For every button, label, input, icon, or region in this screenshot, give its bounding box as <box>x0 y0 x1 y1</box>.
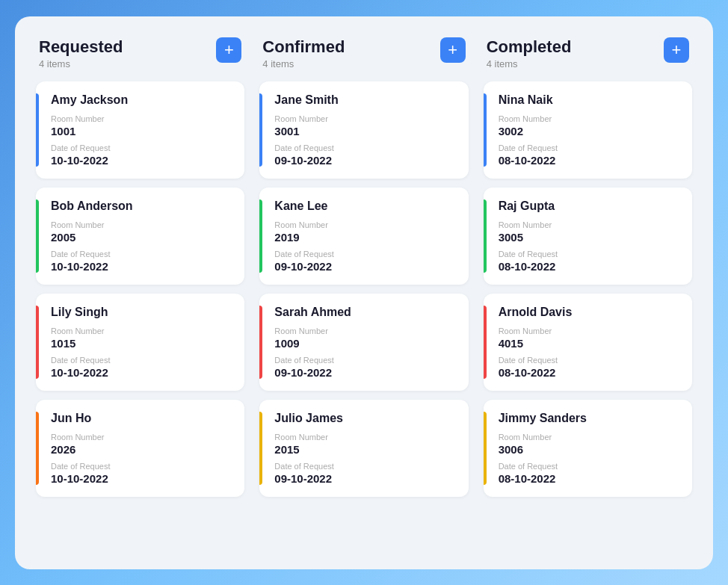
room-number-value: 3002 <box>499 125 680 137</box>
table-row[interactable]: Jane SmithRoom Number3001Date of Request… <box>259 81 468 179</box>
date-of-request-value: 08-10-2022 <box>499 366 680 379</box>
date-of-request-label: Date of Request <box>51 143 232 152</box>
room-number-label: Room Number <box>499 114 680 123</box>
column-requested: Requested4 items+Amy JacksonRoom Number1… <box>36 37 244 497</box>
table-row[interactable]: Raj GuptaRoom Number3005Date of Request0… <box>484 188 692 285</box>
column-confirmed: Confirmed4 items+Jane SmithRoom Number30… <box>259 37 468 497</box>
card-name: Jimmy Sanders <box>499 412 680 425</box>
card-accent-bar <box>36 93 39 167</box>
column-header-completed: Completed4 items+ <box>484 37 692 69</box>
cards-list-requested: Amy JacksonRoom Number1001Date of Reques… <box>36 81 244 497</box>
cards-list-confirmed: Jane SmithRoom Number3001Date of Request… <box>259 81 468 497</box>
date-of-request-label: Date of Request <box>274 462 456 471</box>
table-row[interactable]: Kane LeeRoom Number2019Date of Request09… <box>259 188 468 285</box>
column-title-requested: Requested <box>39 37 123 57</box>
table-row[interactable]: Jun HoRoom Number2026Date of Request10-1… <box>36 400 244 497</box>
room-number-label: Room Number <box>51 220 232 229</box>
columns-wrapper: Requested4 items+Amy JacksonRoom Number1… <box>36 37 692 497</box>
room-number-value: 1001 <box>51 125 232 137</box>
room-number-value: 2019 <box>274 231 456 244</box>
room-number-label: Room Number <box>274 433 456 442</box>
date-of-request-label: Date of Request <box>51 250 232 259</box>
room-number-value: 2015 <box>274 443 456 456</box>
date-of-request-label: Date of Request <box>499 462 680 471</box>
column-subtitle-confirmed: 4 items <box>262 58 345 69</box>
room-number-value: 2005 <box>51 231 232 244</box>
column-completed: Completed4 items+Nina NaikRoom Number300… <box>484 37 692 497</box>
room-number-label: Room Number <box>51 433 232 442</box>
room-number-value: 1015 <box>51 337 232 350</box>
card-name: Nina Naik <box>499 93 680 107</box>
card-name: Bob Anderson <box>51 199 232 213</box>
date-of-request-value: 08-10-2022 <box>499 260 680 273</box>
card-name: Jane Smith <box>274 93 456 107</box>
date-of-request-label: Date of Request <box>499 250 680 259</box>
table-row[interactable]: Arnold DavisRoom Number4015Date of Reque… <box>484 294 692 391</box>
room-number-value: 2026 <box>51 443 232 456</box>
room-number-label: Room Number <box>274 220 456 229</box>
table-row[interactable]: Sarah AhmedRoom Number1009Date of Reques… <box>259 294 468 391</box>
date-of-request-label: Date of Request <box>51 462 232 471</box>
table-row[interactable]: Nina NaikRoom Number3002Date of Request0… <box>484 81 692 179</box>
main-container: Requested4 items+Amy JacksonRoom Number1… <box>15 16 713 569</box>
room-number-value: 1009 <box>274 337 456 350</box>
date-of-request-label: Date of Request <box>274 356 456 365</box>
column-subtitle-completed: 4 items <box>487 58 572 69</box>
cards-list-completed: Nina NaikRoom Number3002Date of Request0… <box>484 81 692 497</box>
column-title-completed: Completed <box>487 37 572 57</box>
date-of-request-value: 08-10-2022 <box>499 472 680 485</box>
add-button-completed[interactable]: + <box>664 37 689 63</box>
card-name: Sarah Ahmed <box>274 306 456 319</box>
card-accent-bar <box>259 412 262 485</box>
table-row[interactable]: Lily SinghRoom Number1015Date of Request… <box>36 294 244 391</box>
card-name: Amy Jackson <box>51 93 232 107</box>
date-of-request-value: 09-10-2022 <box>274 472 456 485</box>
column-header-requested: Requested4 items+ <box>36 37 244 69</box>
column-subtitle-requested: 4 items <box>39 58 123 69</box>
room-number-label: Room Number <box>51 326 232 335</box>
card-accent-bar <box>484 412 487 485</box>
room-number-value: 3006 <box>499 443 680 456</box>
card-accent-bar <box>484 93 487 167</box>
card-name: Raj Gupta <box>499 199 680 213</box>
date-of-request-value: 10-10-2022 <box>51 154 232 167</box>
room-number-label: Room Number <box>51 114 232 123</box>
room-number-label: Room Number <box>499 326 680 335</box>
table-row[interactable]: Jimmy SandersRoom Number3006Date of Requ… <box>484 400 692 497</box>
card-name: Jun Ho <box>51 412 232 425</box>
table-row[interactable]: Julio JamesRoom Number2015Date of Reques… <box>259 400 468 497</box>
column-header-confirmed: Confirmed4 items+ <box>259 37 468 69</box>
card-accent-bar <box>484 199 487 273</box>
table-row[interactable]: Amy JacksonRoom Number1001Date of Reques… <box>36 81 244 179</box>
room-number-value: 4015 <box>499 337 680 350</box>
card-name: Kane Lee <box>274 199 456 213</box>
table-row[interactable]: Bob AndersonRoom Number2005Date of Reque… <box>36 188 244 285</box>
date-of-request-value: 10-10-2022 <box>51 260 232 273</box>
card-name: Arnold Davis <box>499 306 680 319</box>
date-of-request-value: 10-10-2022 <box>51 472 232 485</box>
card-accent-bar <box>259 199 262 273</box>
date-of-request-value: 08-10-2022 <box>499 154 680 167</box>
card-name: Julio James <box>274 412 456 425</box>
card-name: Lily Singh <box>51 306 232 319</box>
date-of-request-label: Date of Request <box>499 143 680 152</box>
room-number-value: 3005 <box>499 231 680 244</box>
add-button-requested[interactable]: + <box>216 37 241 63</box>
column-title-confirmed: Confirmed <box>262 37 345 57</box>
room-number-value: 3001 <box>274 125 456 137</box>
date-of-request-value: 09-10-2022 <box>274 154 456 167</box>
room-number-label: Room Number <box>499 433 680 442</box>
room-number-label: Room Number <box>499 220 680 229</box>
card-accent-bar <box>259 306 262 379</box>
card-accent-bar <box>36 412 39 485</box>
date-of-request-label: Date of Request <box>274 250 456 259</box>
add-button-confirmed[interactable]: + <box>440 37 466 63</box>
room-number-label: Room Number <box>274 326 456 335</box>
date-of-request-label: Date of Request <box>51 356 232 365</box>
card-accent-bar <box>36 199 39 273</box>
date-of-request-value: 10-10-2022 <box>51 366 232 379</box>
card-accent-bar <box>484 306 487 379</box>
card-accent-bar <box>259 93 262 167</box>
date-of-request-label: Date of Request <box>499 356 680 365</box>
date-of-request-value: 09-10-2022 <box>274 260 456 273</box>
